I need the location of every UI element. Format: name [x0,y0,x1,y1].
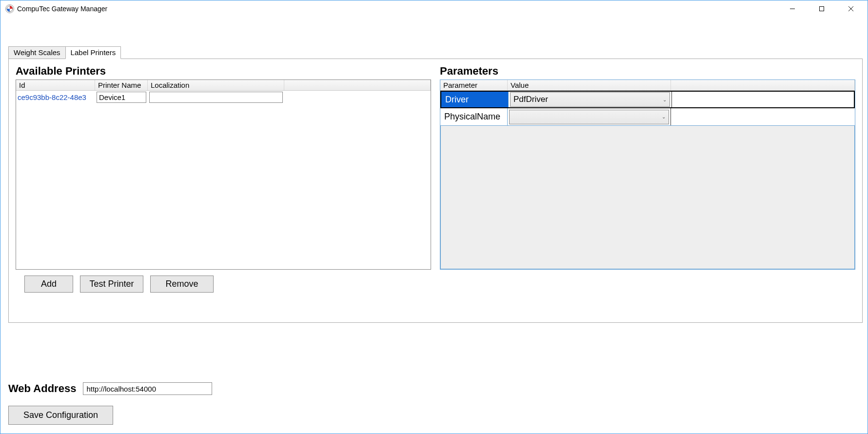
test-printer-button[interactable]: Test Printer [80,276,143,293]
save-configuration-button[interactable]: Save Configuration [8,406,113,425]
driver-value: PdfDriver [513,95,548,104]
param-label-driver: Driver [441,92,509,107]
parameters-grid-header: Parameter Value [440,80,855,91]
add-button[interactable]: Add [24,276,73,293]
physicalname-dropdown[interactable]: ⌄ [509,110,669,124]
app-window: CompuTec Gateway Manager Weight Scales L… [0,0,868,434]
svg-rect-2 [820,7,824,11]
col-spacer [284,80,431,90]
col-value[interactable]: Value [508,80,671,90]
parameters-title: Parameters [440,65,855,78]
col-printer-name[interactable]: Printer Name [95,80,148,90]
remove-button[interactable]: Remove [150,276,214,293]
tab-strip: Weight Scales Label Printers [8,46,863,59]
window-title: CompuTec Gateway Manager [17,5,778,13]
printers-grid-header: Id Printer Name Localization [16,80,431,91]
param-row-physicalname[interactable]: PhysicalName ⌄ [440,108,855,126]
col-spacer-right [671,80,855,90]
param-row-driver[interactable]: Driver PdfDriver ⌄ [440,91,855,108]
web-address-input[interactable] [83,382,212,395]
printers-grid: Id Printer Name Localization ce9c93bb-8c… [16,79,431,270]
maximize-button[interactable] [807,0,836,17]
window-controls [778,0,866,17]
tab-panel: Available Printers Id Printer Name Local… [8,59,863,323]
available-printers-title: Available Printers [16,65,431,78]
title-bar: CompuTec Gateway Manager [0,0,868,17]
col-parameter[interactable]: Parameter [440,80,508,90]
printer-localization-input[interactable] [149,92,283,103]
printer-id[interactable]: ce9c93bb-8c22-48e3 [18,93,86,101]
tab-weight-scales[interactable]: Weight Scales [8,46,66,59]
close-button[interactable] [836,0,866,17]
printer-row[interactable]: ce9c93bb-8c22-48e3 [16,91,431,104]
chevron-down-icon: ⌄ [662,114,666,119]
param-label-physicalname: PhysicalName [440,108,508,125]
printer-name-input[interactable] [97,92,146,103]
parameters-empty-area [440,126,855,269]
col-id[interactable]: Id [16,80,95,90]
col-localization[interactable]: Localization [148,80,284,90]
tab-label-printers[interactable]: Label Printers [65,46,121,59]
app-icon [5,4,14,13]
driver-dropdown[interactable]: PdfDriver ⌄ [510,92,670,107]
printer-buttons: Add Test Printer Remove [24,276,855,293]
minimize-button[interactable] [778,0,807,17]
chevron-down-icon: ⌄ [663,97,667,102]
web-address-label: Web Address [8,382,76,395]
